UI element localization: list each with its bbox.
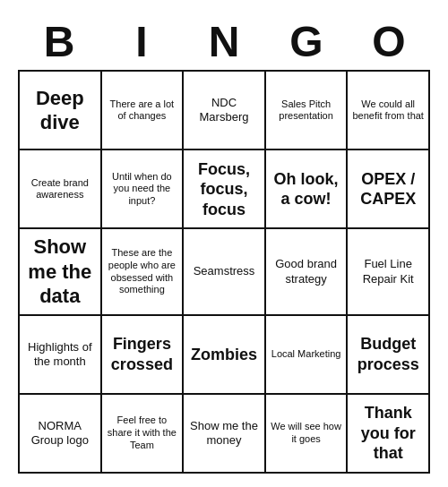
bingo-cell-24: Thank you for that <box>348 395 430 474</box>
bingo-cell-15: Highlights of the month <box>20 316 102 395</box>
bingo-cell-7: Focus, focus, focus <box>184 150 266 229</box>
bingo-cell-0: Deep dive <box>20 72 102 150</box>
bingo-cell-10: Show me the data <box>20 229 102 316</box>
bingo-cell-5: Create brand awareness <box>20 150 102 229</box>
bingo-cell-9: OPEX / CAPEX <box>348 150 430 229</box>
bingo-cell-18: Local Marketing <box>266 316 349 395</box>
bingo-cell-22: Show me the money <box>184 395 266 474</box>
bingo-cell-16: Fingers crossed <box>102 316 185 395</box>
bingo-cell-8: Oh look, a cow! <box>266 150 349 229</box>
bingo-cell-23: We will see how it goes <box>266 395 349 474</box>
bingo-cell-11: These are the people who are obsessed wi… <box>102 229 185 316</box>
bingo-cell-21: Feel free to share it with the Team <box>102 395 185 474</box>
letter-g: G <box>265 13 348 70</box>
letter-n: N <box>183 13 265 70</box>
letter-o: O <box>348 13 430 70</box>
bingo-cell-6: Until when do you need the input? <box>102 150 185 229</box>
bingo-cell-12: Seamstress <box>184 229 266 316</box>
bingo-cell-14: Fuel Line Repair Kit <box>348 229 430 316</box>
bingo-card: B I N G O Deep diveThere are a lot of ch… <box>9 4 439 483</box>
bingo-grid: Deep diveThere are a lot of changesNDC M… <box>18 70 430 474</box>
letter-i: I <box>100 13 183 70</box>
bingo-cell-17: Zombies <box>184 316 266 395</box>
bingo-cell-3: Sales Pitch presentation <box>266 72 349 150</box>
letter-b: B <box>18 13 100 70</box>
bingo-cell-2: NDC Marsberg <box>184 72 266 150</box>
bingo-cell-4: We could all benefit from that <box>348 72 430 150</box>
bingo-header: B I N G O <box>18 13 430 70</box>
bingo-cell-19: Budget process <box>348 316 430 395</box>
bingo-cell-13: Good brand strategy <box>266 229 349 316</box>
bingo-cell-20: NORMA Group logo <box>20 395 102 474</box>
bingo-cell-1: There are a lot of changes <box>102 72 185 150</box>
